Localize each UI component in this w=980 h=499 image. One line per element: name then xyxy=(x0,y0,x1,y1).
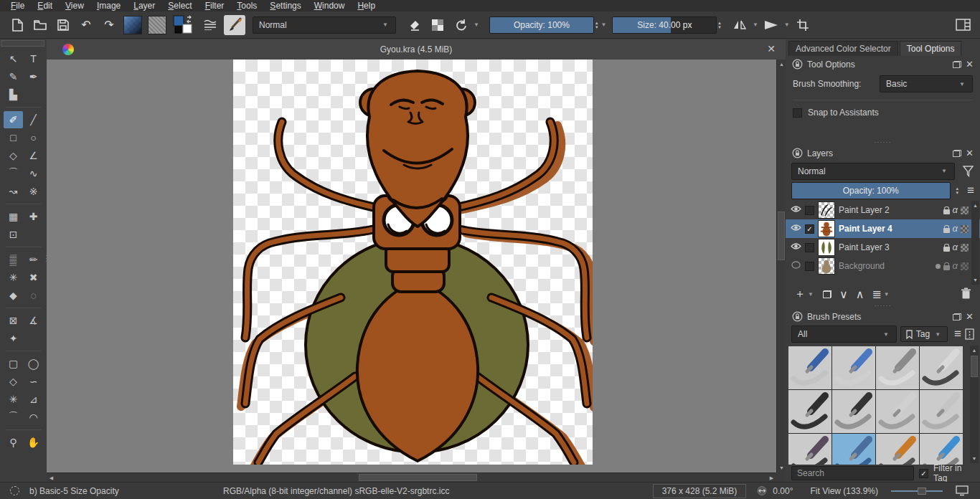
layer-lock-icon[interactable] xyxy=(943,209,950,214)
zoom-level-label[interactable]: Fit View (133.9%) xyxy=(811,486,878,496)
assistants-tool[interactable]: ⊠ xyxy=(4,312,23,329)
rectangle-tool[interactable]: □ xyxy=(4,129,23,146)
fill-tool[interactable]: ◆ xyxy=(4,287,23,304)
text-tool[interactable]: T xyxy=(24,50,43,67)
close-docker-icon[interactable]: ✕ xyxy=(966,59,974,70)
duplicate-layer-button[interactable] xyxy=(823,290,831,298)
elliptical-selection-tool[interactable]: ◯ xyxy=(24,355,43,372)
preset-ink-pen[interactable] xyxy=(832,390,875,433)
magnetic-selection-tool[interactable]: ◠ xyxy=(24,409,43,426)
layer-thumbnail[interactable] xyxy=(818,201,835,219)
opacity-spinner[interactable]: ▴▾ xyxy=(595,21,598,29)
brush-smoothing-combo[interactable]: Basic ▼ xyxy=(880,75,973,92)
layer-thumbnail[interactable] xyxy=(818,239,835,256)
menu-image[interactable]: Image xyxy=(90,0,127,11)
menu-edit[interactable]: Edit xyxy=(31,0,59,11)
move-layer-up-button[interactable]: ∧ xyxy=(856,287,864,301)
select-shapes-tool[interactable]: ↖ xyxy=(4,50,23,67)
brush-presets-header[interactable]: Brush Presets ✕ xyxy=(786,308,980,325)
save-button[interactable] xyxy=(55,16,72,34)
layer-alpha-icon[interactable]: α xyxy=(953,243,958,252)
colorize-mask-tool[interactable]: ✖ xyxy=(24,269,43,286)
layer-list-scrollbar[interactable]: ▲ ▼ xyxy=(971,201,979,285)
menu-layer[interactable]: Layer xyxy=(127,0,161,11)
layer-row[interactable]: Backgroundα xyxy=(786,257,980,275)
layer-checkbox[interactable] xyxy=(805,206,814,215)
vertical-scroll-thumb[interactable] xyxy=(778,212,785,260)
preset-eraser-circle[interactable] xyxy=(788,346,831,389)
menu-settings[interactable]: Settings xyxy=(263,0,307,11)
layer-row[interactable]: Paint Layer 2α xyxy=(786,201,980,219)
layer-opacity-spinner[interactable]: ▴▾ xyxy=(956,186,959,195)
layer-row[interactable]: ✓Paint Layer 4α xyxy=(786,219,980,238)
layer-inherit-alpha-icon[interactable] xyxy=(961,262,969,270)
layer-name[interactable]: Paint Layer 3 xyxy=(839,242,940,252)
smart-patch-tool[interactable]: ✳ xyxy=(4,269,23,286)
preset-eraser-small[interactable] xyxy=(832,346,875,389)
preset-scroll-thumb[interactable] xyxy=(971,356,978,377)
scroll-left-arrow[interactable]: ◀ xyxy=(47,473,56,482)
float-docker-icon[interactable] xyxy=(953,313,961,320)
layer-blend-mode-combo[interactable]: Normal ▼ xyxy=(791,163,955,180)
wrap-around-button[interactable] xyxy=(763,16,780,34)
layer-visible-eye-icon[interactable] xyxy=(791,205,801,215)
reload-preset-button[interactable] xyxy=(452,16,469,34)
tab-tool-options[interactable]: Tool Options xyxy=(900,41,962,56)
preset-pencil-soft[interactable] xyxy=(920,390,963,433)
layer-inherit-alpha-icon[interactable] xyxy=(961,225,969,233)
canvas-rotation-widget[interactable]: 0.00° xyxy=(756,485,793,496)
snap-to-assistants-checkbox[interactable] xyxy=(793,108,802,118)
chevron-down-icon[interactable]: ▼ xyxy=(753,22,758,28)
pattern-editing-tool[interactable]: ▙ xyxy=(4,86,23,103)
layer-hidden-eye-icon[interactable] xyxy=(791,261,801,271)
bezier-selection-tool[interactable]: ⌒ xyxy=(4,409,23,426)
tool-options-header[interactable]: Tool Options ✕ xyxy=(786,56,980,72)
menu-window[interactable]: Window xyxy=(308,0,352,11)
line-tool[interactable]: ╱ xyxy=(24,111,43,128)
opacity-slider[interactable]: Opacity: 100% xyxy=(489,16,594,34)
layer-visible-eye-icon[interactable] xyxy=(791,224,801,234)
toolbox-drag-handle[interactable] xyxy=(1,40,44,47)
chevron-down-icon[interactable]: ▼ xyxy=(600,22,606,28)
transform-tool[interactable]: ▦ xyxy=(4,208,23,225)
freehand-path-tool[interactable]: ∿ xyxy=(24,165,43,182)
preserve-alpha-toggle[interactable] xyxy=(429,16,446,34)
menu-file[interactable]: File xyxy=(4,0,31,11)
foreground-background-colors[interactable] xyxy=(172,16,195,34)
layer-properties-button[interactable]: ≣ xyxy=(872,287,881,301)
polyline-tool[interactable]: ∠ xyxy=(24,147,43,164)
scroll-down-arrow[interactable]: ▼ xyxy=(971,275,979,285)
enclose-fill-tool[interactable]: ◌ xyxy=(24,287,43,304)
measure-tool[interactable]: ∡ xyxy=(24,312,43,329)
preset-ink-gpen[interactable] xyxy=(788,390,831,433)
filter-in-tag-checkbox[interactable]: ✓ xyxy=(919,469,928,478)
polygonal-selection-tool[interactable]: ◇ xyxy=(4,373,23,390)
horizontal-scroll-thumb[interactable] xyxy=(359,474,477,481)
brush-preset-chooser-button[interactable] xyxy=(201,16,218,34)
undo-button[interactable]: ↶ xyxy=(77,16,95,34)
layer-name[interactable]: Paint Layer 4 xyxy=(839,224,940,234)
freehand-brush-tool[interactable]: ✐ xyxy=(4,111,23,128)
zoom-tool[interactable]: ⚲ xyxy=(4,434,23,451)
menu-tools[interactable]: Tools xyxy=(230,0,263,11)
color-sampler-tool[interactable]: ✏ xyxy=(24,251,43,268)
layer-alpha-icon[interactable]: α xyxy=(953,224,958,233)
horizontal-scrollbar[interactable]: ◀ ▶ xyxy=(47,472,776,482)
redo-button[interactable]: ↷ xyxy=(100,16,118,34)
menu-select[interactable]: Select xyxy=(161,0,198,11)
layer-inherit-alpha-icon[interactable] xyxy=(961,244,969,252)
new-document-button[interactable] xyxy=(9,16,26,34)
image-dimensions-button[interactable]: 376 x 428 (5.2 MiB) xyxy=(653,484,747,498)
layer-name[interactable]: Background xyxy=(839,261,932,271)
gradient-chooser[interactable] xyxy=(123,16,142,34)
menu-view[interactable]: View xyxy=(59,0,90,11)
similar-color-selection-tool[interactable]: ✳ xyxy=(4,391,23,408)
bezier-curve-tool[interactable]: ⌒ xyxy=(4,165,23,182)
mirror-horizontal-button[interactable] xyxy=(731,16,748,34)
canvas-viewport[interactable]: ▲ ▼ ◀ ▶ xyxy=(47,60,786,482)
layer-alpha-icon[interactable]: α xyxy=(953,206,958,214)
layer-options-menu-icon[interactable]: ≡ xyxy=(967,184,974,198)
trim-to-image-button[interactable] xyxy=(794,16,811,34)
size-spinner[interactable]: ▴▾ xyxy=(718,21,721,29)
fullscreen-monitor-icon[interactable] xyxy=(956,485,969,496)
